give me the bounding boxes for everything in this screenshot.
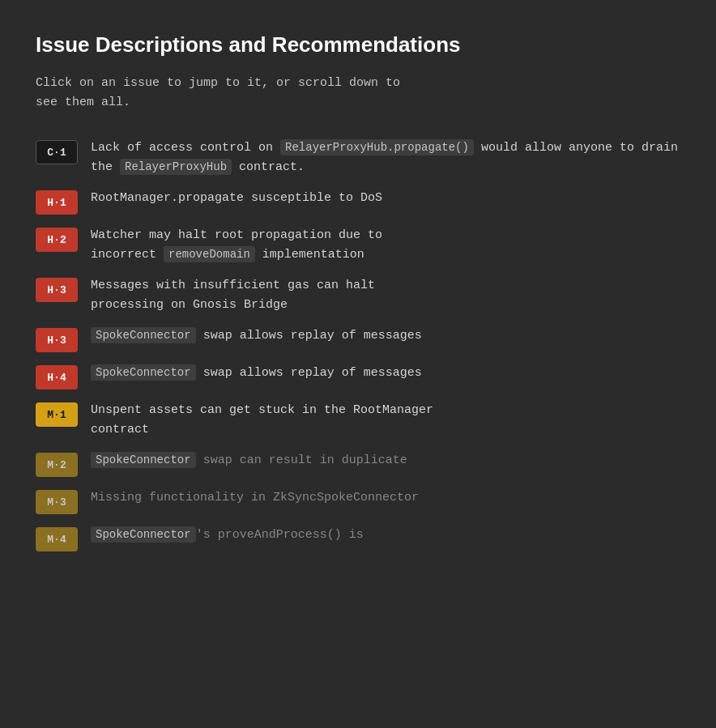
code-snippet: SpokeConnector — [91, 526, 196, 543]
list-item[interactable]: H·4SpokeConnector swap allows replay of … — [36, 364, 680, 390]
issue-description: SpokeConnector's proveAndProcess() is — [91, 526, 680, 545]
list-item[interactable]: M·4SpokeConnector's proveAndProcess() is — [36, 526, 680, 551]
issue-description: Lack of access control on RelayerProxyHu… — [91, 138, 680, 177]
list-item[interactable]: H·2Watcher may halt root propagation due… — [36, 226, 680, 265]
issue-description: SpokeConnector swap allows replay of mes… — [91, 364, 680, 383]
issue-description: Missing functionality in ZkSyncSpokeConn… — [91, 488, 680, 508]
issue-badge: M·2 — [36, 453, 78, 477]
code-snippet: SpokeConnector — [91, 364, 196, 381]
issue-badge: M·1 — [36, 402, 78, 427]
issue-list: C·1Lack of access control on RelayerProx… — [36, 138, 680, 551]
code-snippet: removeDomain — [164, 246, 255, 262]
issue-badge: H·1 — [36, 190, 78, 215]
issue-description: RootManager.propagate susceptible to DoS — [91, 189, 680, 208]
issue-description: SpokeConnector swap can result in duplic… — [91, 451, 680, 470]
issue-description: SpokeConnector swap allows replay of mes… — [91, 326, 680, 346]
list-item[interactable]: H·1RootManager.propagate susceptible to … — [36, 189, 680, 215]
list-item[interactable]: M·3Missing functionality in ZkSyncSpokeC… — [36, 488, 680, 514]
list-item[interactable]: C·1Lack of access control on RelayerProx… — [36, 138, 680, 177]
issue-badge: H·3 — [36, 328, 78, 352]
list-item[interactable]: M·1Unspent assets can get stuck in the R… — [36, 401, 680, 440]
issue-description: Watcher may halt root propagation due to… — [91, 226, 680, 265]
code-snippet: RelayerProxyHub — [120, 159, 232, 175]
list-item[interactable]: M·2SpokeConnector swap can result in dup… — [36, 451, 680, 477]
code-snippet: RelayerProxyHub.propagate() — [280, 139, 474, 155]
issue-description: Messages with insufficient gas can haltp… — [91, 276, 680, 315]
issue-description: Unspent assets can get stuck in the Root… — [91, 401, 680, 440]
issue-badge: H·2 — [36, 228, 78, 252]
issue-badge: H·3 — [36, 278, 78, 302]
issue-badge: M·3 — [36, 490, 78, 514]
code-snippet: SpokeConnector — [91, 327, 196, 343]
page-title: Issue Descriptions and Recommendations — [36, 32, 680, 57]
list-item[interactable]: H·3Messages with insufficient gas can ha… — [36, 276, 680, 315]
issue-badge: C·1 — [36, 140, 78, 164]
issue-badge: M·4 — [36, 527, 78, 551]
code-snippet: SpokeConnector — [91, 452, 196, 468]
page-subtitle: Click on an issue to jump to it, or scro… — [36, 74, 680, 113]
list-item[interactable]: H·3SpokeConnector swap allows replay of … — [36, 326, 680, 352]
issue-badge: H·4 — [36, 365, 78, 390]
